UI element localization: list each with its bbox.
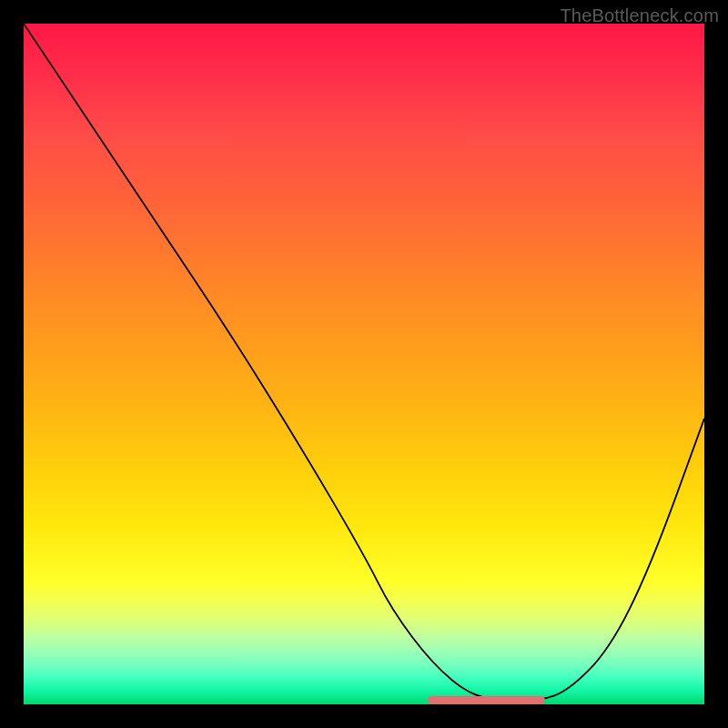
curve-layer (24, 24, 704, 704)
watermark-text: TheBottleneck.com (560, 5, 719, 26)
plot-area (24, 24, 704, 704)
bottleneck-curve (24, 24, 704, 701)
chart-stage: TheBottleneck.com (0, 0, 728, 728)
